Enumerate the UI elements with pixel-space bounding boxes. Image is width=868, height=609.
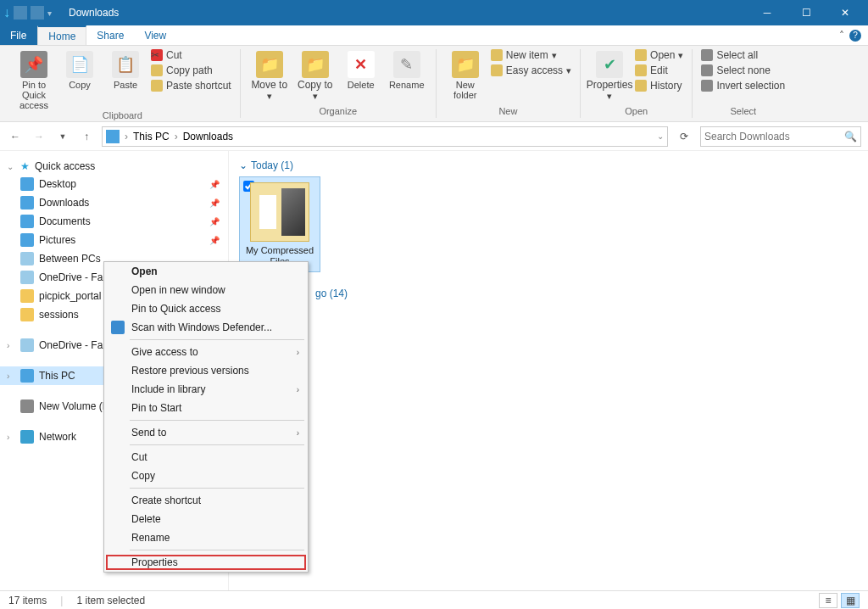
back-button[interactable]: ← xyxy=(7,128,24,145)
window-title: Downloads xyxy=(69,7,119,19)
sidebar-item-documents[interactable]: Documents📌 xyxy=(0,212,228,231)
status-item-count: 17 items xyxy=(8,595,47,606)
new-item-button[interactable]: New item ▾ xyxy=(491,49,571,61)
search-input[interactable] xyxy=(704,131,844,142)
paste-button[interactable]: 📋Paste xyxy=(105,49,146,90)
tab-home[interactable]: Home xyxy=(37,25,86,45)
group-label-open: Open xyxy=(589,106,683,116)
titlebar: ↓ ▾ Downloads ─ ☐ ✕ xyxy=(0,0,868,25)
delete-button[interactable]: ✕Delete xyxy=(341,49,381,90)
sidebar-item-desktop[interactable]: Desktop📌 xyxy=(0,175,228,193)
tab-share[interactable]: Share xyxy=(86,25,134,45)
search-box[interactable]: 🔍 xyxy=(700,126,861,147)
ctx-restore-versions[interactable]: Restore previous versions xyxy=(104,361,308,380)
status-bar: 17 items | 1 item selected ≡ ▦ xyxy=(0,590,868,609)
sidebar-item-downloads[interactable]: Downloads📌 xyxy=(0,193,228,212)
tab-view[interactable]: View xyxy=(134,25,176,45)
select-none-button[interactable]: Select none xyxy=(701,64,785,76)
defender-icon xyxy=(111,321,125,334)
invert-selection-button[interactable]: Invert selection xyxy=(701,80,785,92)
status-selected-count: 1 item selected xyxy=(76,595,145,606)
group-label-new: New xyxy=(445,106,571,116)
recent-locations-button[interactable]: ▼ xyxy=(54,128,71,145)
copy-path-button[interactable]: Copy path xyxy=(151,64,231,76)
chevron-right-icon: › xyxy=(297,385,299,394)
pin-icon: 📌 xyxy=(209,180,220,189)
up-button[interactable]: ↑ xyxy=(78,128,95,145)
folder-thumbnail-icon xyxy=(250,182,309,242)
ctx-pin-quick-access[interactable]: Pin to Quick access xyxy=(104,299,308,318)
easy-access-button[interactable]: Easy access ▾ xyxy=(491,64,571,76)
address-bar-row: ← → ▼ ↑ › This PC › Downloads ⌄ ⟳ 🔍 xyxy=(0,122,868,151)
file-list-pane[interactable]: ⌄Today (1) My Compressed Files go (14) xyxy=(229,151,868,590)
ctx-open-new-window[interactable]: Open in new window xyxy=(104,281,308,299)
chevron-down-icon: ⌄ xyxy=(239,159,248,171)
ctx-cut[interactable]: Cut xyxy=(104,448,308,467)
sidebar-quick-access[interactable]: ⌄★Quick access xyxy=(0,158,228,175)
ctx-delete[interactable]: Delete xyxy=(104,510,308,528)
ctx-scan-defender[interactable]: Scan with Windows Defender... xyxy=(104,318,308,337)
qat-icon-1[interactable] xyxy=(14,6,27,20)
chevron-right-icon[interactable]: › xyxy=(125,131,128,142)
ctx-give-access[interactable]: Give access to› xyxy=(104,343,308,361)
group-organize: 📁Move to ▾ 📁Copy to ▾ ✕Delete ✎Rename Or… xyxy=(241,49,437,118)
group-open: ✔Properties ▾ Open ▾ Edit History Open xyxy=(581,49,693,118)
address-dropdown-icon[interactable]: ⌄ xyxy=(657,131,664,141)
ctx-properties[interactable]: Properties xyxy=(104,553,308,572)
ctx-create-shortcut[interactable]: Create shortcut xyxy=(104,491,308,510)
ctx-open[interactable]: Open xyxy=(104,262,308,281)
rename-button[interactable]: ✎Rename xyxy=(387,49,427,90)
close-button[interactable]: ✕ xyxy=(826,0,865,25)
qat-dropdown-icon[interactable]: ▾ xyxy=(47,8,52,18)
breadcrumb-root[interactable]: This PC xyxy=(133,131,170,142)
paste-shortcut-button[interactable]: Paste shortcut xyxy=(151,80,231,92)
move-to-button[interactable]: 📁Move to ▾ xyxy=(249,49,290,101)
pin-quick-access-button[interactable]: 📌Pin to Quick access xyxy=(14,49,54,110)
file-item-selected[interactable]: My Compressed Files xyxy=(239,176,320,272)
group-label-organize: Organize xyxy=(249,106,427,116)
tab-file[interactable]: File xyxy=(0,25,37,45)
ctx-rename[interactable]: Rename xyxy=(104,528,308,547)
refresh-button[interactable]: ⟳ xyxy=(675,127,693,146)
history-button[interactable]: History xyxy=(635,80,683,92)
select-all-button[interactable]: Select all xyxy=(701,49,785,61)
edit-button[interactable]: Edit xyxy=(635,64,683,76)
new-folder-button[interactable]: 📁New folder xyxy=(445,49,486,100)
chevron-right-icon: › xyxy=(297,428,299,438)
sidebar-item-pictures[interactable]: Pictures📌 xyxy=(0,231,228,249)
quick-access-toolbar: ↓ ▾ xyxy=(3,5,52,20)
downloads-icon xyxy=(106,130,120,143)
chevron-right-icon: › xyxy=(297,348,299,357)
properties-button[interactable]: ✔Properties ▾ xyxy=(589,49,630,101)
group-new: 📁New folder New item ▾ Easy access ▾ New xyxy=(437,49,581,118)
group-select: Select all Select none Invert selection … xyxy=(693,49,793,118)
qat-icon-2[interactable] xyxy=(31,6,44,20)
ribbon-tabs: File Home Share View ˄ ? xyxy=(0,25,868,46)
help-icon[interactable]: ? xyxy=(849,30,861,42)
pin-icon: 📌 xyxy=(209,198,220,208)
group-header-today[interactable]: ⌄Today (1) xyxy=(239,159,858,171)
pin-icon: 📌 xyxy=(209,236,220,245)
group-header-partial[interactable]: go (14) xyxy=(315,288,858,299)
context-menu: Open Open in new window Pin to Quick acc… xyxy=(103,261,309,573)
breadcrumb-leaf[interactable]: Downloads xyxy=(183,131,233,142)
copy-to-button[interactable]: 📁Copy to ▾ xyxy=(295,49,336,101)
view-large-icons-button[interactable]: ▦ xyxy=(841,593,860,608)
view-details-button[interactable]: ≡ xyxy=(819,593,837,608)
ctx-pin-start[interactable]: Pin to Start xyxy=(104,399,308,417)
ctx-copy[interactable]: Copy xyxy=(104,467,308,485)
copy-button[interactable]: 📄Copy xyxy=(59,49,100,90)
cut-button[interactable]: ✂Cut xyxy=(151,49,231,61)
address-bar[interactable]: › This PC › Downloads ⌄ xyxy=(102,126,668,147)
chevron-right-icon[interactable]: › xyxy=(175,131,178,142)
pin-icon: 📌 xyxy=(209,217,220,226)
ribbon-collapse-icon[interactable]: ˄ xyxy=(839,30,844,42)
minimize-button[interactable]: ─ xyxy=(748,0,787,25)
group-clipboard: 📌Pin to Quick access 📄Copy 📋Paste ✂Cut C… xyxy=(5,49,241,118)
ctx-send-to[interactable]: Send to› xyxy=(104,423,308,442)
forward-button[interactable]: → xyxy=(31,128,47,145)
ctx-include-library[interactable]: Include in library› xyxy=(104,380,308,399)
group-label-clipboard: Clipboard xyxy=(14,110,231,120)
maximize-button[interactable]: ☐ xyxy=(787,0,826,25)
open-button[interactable]: Open ▾ xyxy=(635,49,683,61)
